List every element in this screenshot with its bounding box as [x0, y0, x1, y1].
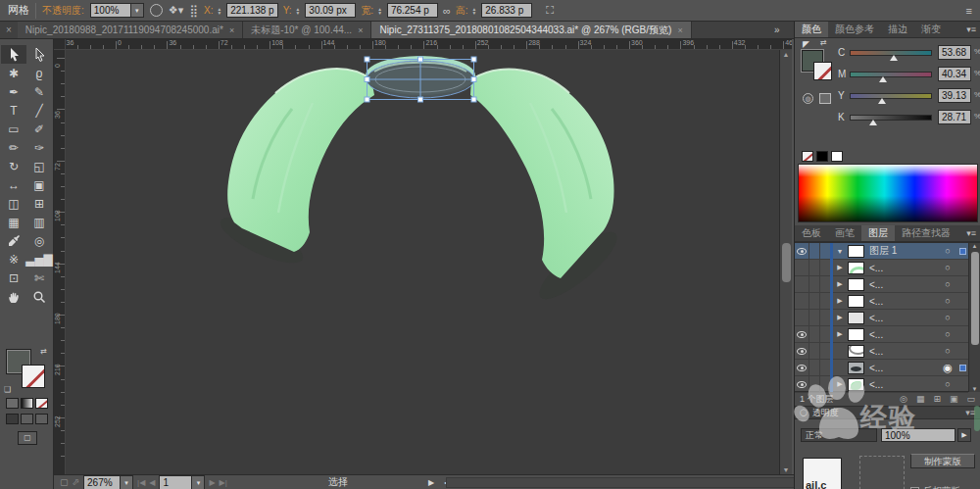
- draw-normal-button[interactable]: [6, 414, 19, 424]
- color-spectrum-bar[interactable]: [798, 164, 978, 222]
- align-grid-icon[interactable]: ⣿: [189, 4, 198, 18]
- layers-footer-icon-3[interactable]: ▣: [950, 394, 958, 404]
- spinner-icon[interactable]: ▴▾: [378, 7, 381, 15]
- draw-behind-button[interactable]: [21, 414, 33, 424]
- lock-toggle[interactable]: [809, 343, 820, 359]
- lock-toggle[interactable]: [809, 376, 820, 392]
- slider-thumb[interactable]: [879, 76, 887, 82]
- slice-tool[interactable]: ✄: [26, 269, 52, 287]
- zoom-tool[interactable]: [26, 287, 52, 306]
- scrollbar-thumb[interactable]: [971, 252, 979, 345]
- eyedropper-tool[interactable]: [1, 231, 26, 250]
- slider-thumb[interactable]: [869, 120, 877, 125]
- scrollbar-thumb[interactable]: [782, 243, 791, 282]
- tab-颜色参考[interactable]: 颜色参考: [828, 22, 881, 37]
- web-safe-icon[interactable]: ◍: [803, 93, 813, 104]
- lock-toggle[interactable]: [809, 276, 820, 292]
- lock-toggle[interactable]: [809, 360, 820, 375]
- panel-menu-icon[interactable]: ▾≡: [966, 228, 976, 238]
- tab-画笔[interactable]: 画笔: [828, 225, 861, 241]
- artboard-canvas[interactable]: [66, 50, 779, 474]
- white-swatch[interactable]: [831, 151, 843, 162]
- channel-slider[interactable]: [850, 72, 932, 77]
- expand-toggle[interactable]: ▶: [832, 264, 848, 271]
- close-document-icon[interactable]: ×: [0, 22, 18, 38]
- tab-路径查找器[interactable]: 路径查找器: [895, 225, 957, 241]
- share-icon[interactable]: ⬀: [73, 477, 80, 487]
- transform-value-input[interactable]: 30.09 px: [305, 3, 356, 18]
- process-color-icon[interactable]: [819, 93, 831, 104]
- spinner-icon[interactable]: ▴▾: [473, 7, 476, 15]
- panel-toggle-icon[interactable]: ◯: [800, 409, 808, 416]
- opacity-slider-button[interactable]: ▶: [957, 428, 971, 442]
- visibility-toggle[interactable]: [795, 260, 809, 275]
- direct-selection-tool[interactable]: [26, 45, 52, 64]
- stroke-swatch[interactable]: [813, 62, 832, 80]
- blend-tool[interactable]: ◎: [26, 231, 52, 250]
- layers-footer-icon-0[interactable]: ◎: [900, 394, 907, 404]
- recolor-artwork-icon[interactable]: [150, 4, 163, 17]
- channel-slider[interactable]: [850, 115, 932, 121]
- expand-toggle[interactable]: ▶: [832, 297, 848, 305]
- perspective-grid-tool[interactable]: ⊞: [26, 194, 52, 213]
- visibility-toggle[interactable]: [795, 360, 809, 375]
- gradient-mode-button[interactable]: [21, 398, 33, 409]
- tab-渐变[interactable]: 渐变: [914, 22, 948, 37]
- artboard-dropdown-button[interactable]: ▾: [192, 475, 205, 489]
- artboard-number-input[interactable]: 1: [159, 475, 192, 489]
- transparency-opacity-input[interactable]: 100%: [881, 428, 956, 442]
- brush-pen-tool[interactable]: ✎: [26, 82, 52, 101]
- rotate-tool[interactable]: ↻: [1, 157, 26, 175]
- close-tab-icon[interactable]: ×: [229, 25, 234, 35]
- scroll-up-icon[interactable]: ▲: [969, 243, 980, 249]
- spinner-icon[interactable]: ▴▾: [218, 7, 220, 15]
- transparency-header[interactable]: ◯ 透明度 ▾≡: [795, 407, 980, 419]
- line-segment-tool[interactable]: ╱: [26, 101, 52, 120]
- expand-toggle[interactable]: ▶: [832, 330, 848, 338]
- layer-name[interactable]: <...: [869, 313, 939, 323]
- transform-value-input[interactable]: 26.833 p: [481, 3, 532, 18]
- channel-value-input[interactable]: 39.13: [938, 88, 971, 103]
- swap-fill-stroke-icon[interactable]: ⇄: [40, 347, 47, 356]
- opacity-input[interactable]: 100%: [90, 3, 131, 18]
- transform-value-input[interactable]: 221.138 p: [226, 3, 278, 18]
- hand-tool[interactable]: [1, 287, 26, 306]
- target-circle-icon[interactable]: ○: [939, 379, 956, 389]
- type-tool[interactable]: T: [1, 101, 26, 120]
- zoom-level-input[interactable]: 267%: [83, 475, 121, 489]
- lock-toggle[interactable]: [809, 260, 820, 275]
- channel-value-input[interactable]: 28.71: [938, 110, 971, 124]
- layer-row[interactable]: ▶<...○: [795, 293, 968, 310]
- none-swatch[interactable]: [802, 151, 813, 162]
- lock-toggle[interactable]: [809, 293, 820, 309]
- color-mode-button[interactable]: [6, 398, 19, 409]
- layer-name[interactable]: <...: [869, 296, 939, 307]
- screen-mode-button[interactable]: ▢: [18, 431, 37, 445]
- panel-menu-icon[interactable]: ▾≡: [965, 408, 975, 417]
- scroll-down-icon[interactable]: ▼: [780, 466, 792, 473]
- target-circle-icon[interactable]: ○: [939, 246, 956, 256]
- expand-toggle[interactable]: ▼: [832, 248, 848, 255]
- smooth-tool[interactable]: ✑: [26, 138, 52, 157]
- magic-wand-tool[interactable]: ✱: [1, 64, 26, 82]
- transform-preset-icon[interactable]: ❖▾: [169, 4, 183, 17]
- layer-name[interactable]: <...: [869, 279, 939, 290]
- none-mode-button[interactable]: [35, 398, 48, 409]
- column-graph-tool[interactable]: ▃▅▇: [26, 250, 52, 269]
- layer-row[interactable]: ▶<...○: [795, 326, 968, 343]
- spinner-icon[interactable]: ▴▾: [297, 7, 300, 15]
- document-tab[interactable]: 未标题-10* @ 100.44...×: [243, 22, 371, 38]
- slider-thumb[interactable]: [890, 55, 898, 61]
- layers-footer-icon-4[interactable]: ▭: [966, 394, 975, 404]
- slider-thumb[interactable]: [878, 98, 886, 104]
- first-artboard-icon[interactable]: |◀: [137, 478, 145, 487]
- hscroll-page-right-icon[interactable]: ▶: [428, 478, 434, 487]
- visibility-toggle[interactable]: [795, 276, 809, 292]
- swap-fill-stroke-icon[interactable]: ⇄: [820, 38, 827, 47]
- target-circle-icon[interactable]: ○: [939, 329, 956, 339]
- target-circle-icon[interactable]: ○: [939, 313, 956, 322]
- document-tab[interactable]: Nipic_27311375_20180801082504344033.ai* …: [371, 22, 691, 38]
- free-transform-tool[interactable]: ▣: [26, 175, 52, 194]
- target-circle-icon[interactable]: ◉: [939, 362, 956, 374]
- mask-thumbnail-slot[interactable]: [859, 456, 905, 489]
